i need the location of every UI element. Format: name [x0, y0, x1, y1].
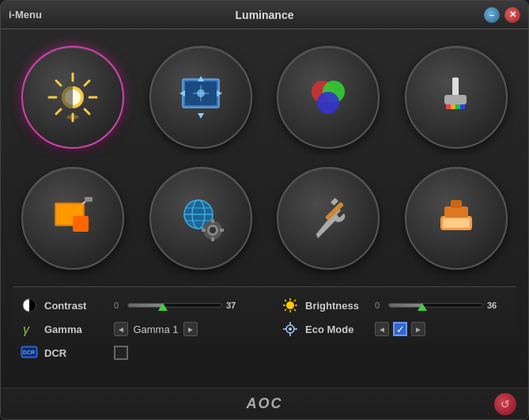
svg-rect-27 — [451, 104, 455, 109]
svg-line-61 — [294, 300, 296, 301]
svg-point-54 — [286, 301, 294, 309]
svg-rect-44 — [211, 237, 214, 241]
gamma-selector[interactable]: ◄ Gamma 1 ► — [114, 322, 198, 336]
contrast-icon — [21, 297, 38, 314]
svg-point-22 — [317, 92, 339, 114]
svg-rect-24 — [444, 95, 467, 104]
contrast-label: Contrast — [44, 300, 108, 312]
icon-image-setup[interactable] — [149, 46, 252, 149]
refresh-button[interactable]: ↺ — [494, 393, 516, 415]
contrast-track[interactable] — [127, 303, 222, 308]
svg-rect-50 — [443, 218, 470, 228]
svg-point-42 — [210, 227, 216, 233]
dcr-icon: DCR — [21, 344, 38, 361]
brightness-thumb — [418, 303, 427, 311]
icon-exit[interactable] — [405, 167, 508, 270]
icon-color-boost[interactable] — [405, 46, 508, 149]
brightness-max: 36 — [487, 301, 503, 310]
gamma-icon: γ — [21, 320, 38, 338]
window-controls: – ✕ — [484, 7, 520, 23]
svg-rect-48 — [331, 198, 338, 206]
contrast-min: 0 — [114, 301, 123, 310]
icons-grid — [13, 41, 516, 274]
svg-line-9 — [56, 109, 61, 114]
brightness-min: 0 — [375, 301, 384, 310]
controls-row-2: γ Gamma ◄ Gamma 1 ► — [21, 320, 508, 338]
svg-rect-26 — [446, 104, 451, 109]
svg-text:DCR: DCR — [23, 350, 35, 355]
icon-picture-boost[interactable] — [21, 167, 124, 270]
refresh-icon: ↺ — [501, 398, 510, 411]
luminance-icon — [45, 70, 100, 125]
controls-row-3: DCR DCR — [21, 344, 508, 361]
svg-rect-45 — [202, 229, 206, 232]
eco-mode-control: Eco Mode ◄ ✓ ► — [282, 320, 508, 338]
svg-rect-32 — [73, 216, 89, 232]
dcr-control: DCR DCR — [21, 344, 282, 361]
svg-rect-46 — [220, 229, 224, 232]
icon-extra[interactable] — [277, 167, 380, 270]
exit-icon — [429, 191, 484, 246]
app-window: i-Menu Luminance – ✕ — [0, 0, 529, 420]
svg-rect-34 — [85, 197, 93, 202]
controls-area: Contrast 0 37 — [13, 286, 516, 376]
dcr-label: DCR — [44, 347, 108, 359]
gamma-prev-button[interactable]: ◄ — [114, 322, 128, 336]
aoc-logo: AOC — [247, 395, 283, 412]
gamma-label: Gamma — [44, 324, 108, 335]
osd-setup-icon — [173, 191, 229, 246]
svg-marker-14 — [198, 113, 204, 119]
svg-rect-52 — [451, 200, 462, 208]
gamma-control: γ Gamma ◄ Gamma 1 ► — [21, 320, 282, 338]
eco-mode-icon — [282, 320, 299, 338]
extra-icon — [300, 191, 356, 246]
dcr-checkbox[interactable] — [114, 346, 128, 360]
icon-osd-setup[interactable] — [149, 167, 252, 270]
minimize-button[interactable]: – — [484, 7, 500, 23]
svg-point-10 — [66, 115, 79, 119]
footer-area: AOC ↺ — [1, 388, 528, 419]
brightness-control: Brightness 0 36 — [282, 297, 508, 314]
svg-line-62 — [285, 309, 286, 311]
svg-rect-51 — [444, 206, 468, 218]
contrast-thumb — [158, 303, 168, 311]
contrast-slider-container[interactable]: 0 37 — [114, 301, 242, 310]
app-title-center: Luminance — [236, 9, 294, 21]
svg-line-6 — [56, 81, 61, 85]
svg-line-7 — [85, 109, 89, 114]
brightness-slider-container[interactable]: 0 36 — [375, 301, 503, 310]
svg-line-8 — [85, 81, 89, 85]
close-button[interactable]: ✕ — [504, 7, 520, 23]
brightness-track[interactable] — [388, 303, 483, 308]
svg-rect-29 — [460, 104, 465, 109]
title-bar: i-Menu Luminance – ✕ — [1, 1, 528, 29]
svg-rect-43 — [211, 219, 214, 223]
controls-row-1: Contrast 0 37 — [21, 297, 508, 314]
svg-line-60 — [294, 309, 296, 311]
eco-mode-next-button[interactable]: ► — [411, 322, 425, 336]
svg-line-59 — [285, 300, 286, 301]
eco-mode-label: Eco Mode — [305, 324, 368, 335]
icon-color-temp[interactable] — [277, 46, 380, 149]
contrast-max: 37 — [226, 301, 242, 310]
gamma-next-button[interactable]: ► — [183, 322, 198, 336]
eco-mode-selector[interactable]: ◄ ✓ ► — [375, 322, 425, 336]
brightness-icon — [282, 297, 299, 314]
color-boost-icon — [429, 70, 484, 125]
svg-point-65 — [289, 327, 292, 331]
eco-mode-checkbox[interactable]: ✓ — [393, 322, 407, 336]
eco-mode-prev-button[interactable]: ◄ — [375, 322, 389, 336]
icon-luminance[interactable] — [21, 46, 124, 149]
svg-text:γ: γ — [23, 323, 30, 336]
svg-rect-28 — [455, 104, 460, 109]
gamma-value: Gamma 1 — [132, 324, 179, 335]
contrast-control: Contrast 0 37 — [21, 297, 282, 314]
color-temp-icon — [300, 70, 356, 125]
app-title-left: i-Menu — [9, 9, 42, 21]
content-area: Contrast 0 37 — [1, 29, 528, 388]
svg-rect-23 — [452, 78, 459, 97]
image-setup-icon — [173, 70, 229, 125]
picture-boost-icon — [45, 191, 100, 246]
brightness-label: Brightness — [305, 300, 368, 312]
